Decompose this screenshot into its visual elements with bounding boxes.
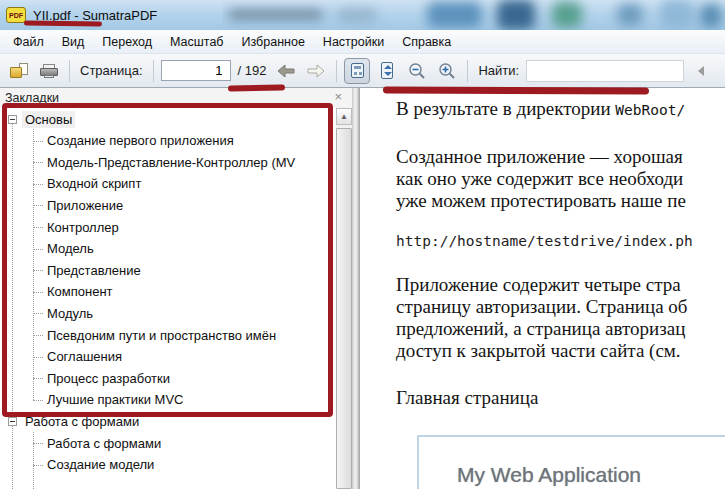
bookmark-item[interactable]: Соглашения bbox=[0, 346, 125, 368]
open-file-button[interactable] bbox=[6, 58, 32, 84]
bookmark-item[interactable]: Контроллер bbox=[0, 216, 122, 238]
app-icon-label: PDF bbox=[9, 12, 23, 19]
paragraph: Созданное приложение — хорошаякак оно уж… bbox=[396, 146, 725, 212]
fit-page-icon bbox=[351, 63, 364, 78]
bookmark-label: Модуль bbox=[44, 305, 96, 322]
back-arrow-icon bbox=[277, 64, 295, 78]
blur-smudge bbox=[617, 4, 643, 26]
sidebar-splitter[interactable] bbox=[352, 88, 360, 489]
text-line: Главная страница bbox=[396, 387, 725, 409]
text-segment: В результате в директории bbox=[396, 98, 615, 119]
zoom-out-button[interactable] bbox=[404, 58, 430, 84]
blur-smudge bbox=[660, 0, 694, 30]
toolbar-separator bbox=[336, 60, 337, 82]
open-file-icon bbox=[10, 63, 28, 78]
page-total-label: / 192 bbox=[238, 63, 267, 78]
text-line: предложений, а страница авторизац bbox=[396, 318, 725, 340]
menu-item-4[interactable]: Избранное bbox=[233, 32, 314, 52]
bookmark-item[interactable]: Модель-Представление-Контроллер (MV bbox=[0, 151, 298, 173]
previous-page-button[interactable] bbox=[273, 58, 299, 84]
bookmark-label: Представление bbox=[44, 262, 144, 279]
bookmarks-tree: ОсновыСоздание первого приложенияМодель-… bbox=[0, 108, 336, 489]
blur-smudge bbox=[427, 2, 482, 28]
blur-smudge bbox=[552, 2, 582, 28]
bookmarks-sidebar: Закладки × ОсновыСоздание первого прилож… bbox=[0, 88, 352, 489]
menu-item-2[interactable]: Переход bbox=[93, 32, 161, 52]
text-line: уже можем протестировать наше пе bbox=[396, 190, 725, 212]
menu-item-6[interactable]: Справка bbox=[393, 32, 460, 52]
title-bar: PDF YII.pdf - SumatraPDF bbox=[0, 0, 725, 30]
menu-bar: ФайлВидПереходМасштабИзбранноеНастройкиС… bbox=[0, 30, 725, 54]
bookmark-label: Основы bbox=[22, 111, 75, 128]
menu-item-0[interactable]: Файл bbox=[4, 32, 53, 52]
bookmark-label: Соглашения bbox=[44, 348, 125, 365]
bookmark-label: Работа с формами bbox=[22, 413, 142, 430]
toolbar-separator bbox=[467, 60, 468, 82]
bookmark-item[interactable]: Работа с формами bbox=[0, 410, 142, 432]
bookmark-item[interactable]: Лучшие практики MVC bbox=[0, 389, 186, 411]
page-label: Страница: bbox=[80, 63, 143, 78]
scrollbar-thumb[interactable] bbox=[336, 128, 352, 489]
text-line: Созданное приложение — хорошая bbox=[396, 146, 725, 168]
embedded-screenshot-title: My Web Application bbox=[457, 463, 641, 487]
zoom-out-icon bbox=[408, 62, 426, 80]
bookmark-item[interactable]: Создание модели bbox=[0, 454, 157, 476]
paragraph: Главная страница bbox=[396, 387, 725, 409]
collapse-minus-icon[interactable] bbox=[8, 115, 17, 124]
inline-code: WebRoot/ bbox=[615, 102, 685, 118]
menu-item-1[interactable]: Вид bbox=[53, 32, 94, 52]
blurred-titlebar-region bbox=[222, 0, 725, 30]
menu-item-3[interactable]: Масштаб bbox=[161, 32, 232, 52]
fit-width-button[interactable] bbox=[374, 58, 400, 84]
find-previous-button[interactable] bbox=[688, 58, 714, 84]
page-number-input[interactable] bbox=[161, 60, 231, 81]
main-area: Закладки × ОсновыСоздание первого прилож… bbox=[0, 88, 725, 489]
toolbar-separator bbox=[69, 60, 70, 82]
bookmark-item[interactable]: Приложение bbox=[0, 194, 126, 216]
blur-smudge bbox=[337, 8, 377, 22]
document-content: В результате в директории WebRoot/Создан… bbox=[360, 88, 725, 489]
bookmark-label: Создание первого приложения bbox=[44, 132, 237, 149]
bookmark-item[interactable]: Основы bbox=[0, 108, 75, 130]
bookmark-item[interactable]: Работа с формами bbox=[0, 432, 164, 454]
bookmark-label: Псевдоним пути и пространство имён bbox=[44, 327, 279, 344]
next-page-button[interactable] bbox=[303, 58, 329, 84]
close-sidebar-icon[interactable]: × bbox=[334, 90, 342, 103]
bookmark-item[interactable]: Входной скрипт bbox=[0, 173, 144, 195]
bookmark-label: Модель-Представление-Контроллер (MV bbox=[44, 154, 298, 171]
code-line: http://hostname/testdrive/index.ph bbox=[396, 233, 725, 249]
zoom-in-button[interactable] bbox=[434, 58, 460, 84]
blur-smudge bbox=[497, 0, 535, 30]
bookmark-label: Контроллер bbox=[44, 219, 122, 236]
print-button[interactable] bbox=[36, 58, 62, 84]
paragraph: Приложение содержит четыре страстраницу … bbox=[396, 274, 725, 362]
bookmark-item[interactable]: Псевдоним пути и пространство имён bbox=[0, 324, 279, 346]
blur-smudge bbox=[228, 10, 323, 19]
menu-item-5[interactable]: Настройки bbox=[314, 32, 393, 52]
collapse-minus-icon[interactable] bbox=[8, 417, 17, 426]
fit-width-icon bbox=[381, 62, 393, 79]
bookmark-label: Процесс разработки bbox=[44, 370, 173, 387]
bookmark-item[interactable]: Процесс разработки bbox=[0, 367, 173, 389]
bookmark-label: Входной скрипт bbox=[44, 175, 144, 192]
scrollbar-up-icon[interactable]: ▲ bbox=[336, 108, 352, 125]
bookmark-label: Компонент bbox=[44, 283, 116, 300]
fit-page-button[interactable] bbox=[344, 58, 370, 84]
bookmark-label: Приложение bbox=[44, 197, 126, 214]
find-input[interactable] bbox=[526, 60, 684, 82]
text-line: доступ к закрытой части сайта (см. bbox=[396, 340, 725, 362]
find-label: Найти: bbox=[478, 63, 519, 78]
bookmark-item[interactable]: Создание первого приложения bbox=[0, 130, 237, 152]
bookmark-item[interactable]: Модель bbox=[0, 238, 97, 260]
find-next-button[interactable] bbox=[718, 58, 725, 84]
bookmark-item[interactable]: Компонент bbox=[0, 281, 116, 303]
bookmark-label: Работа с формами bbox=[44, 435, 164, 452]
forward-arrow-icon bbox=[307, 64, 325, 78]
embedded-screenshot-box: My Web Application bbox=[417, 435, 725, 489]
bookmarks-header: Закладки × bbox=[0, 88, 352, 108]
sidebar-scrollbar[interactable]: ▲ bbox=[336, 108, 352, 489]
bookmark-item[interactable]: Модуль bbox=[0, 302, 96, 324]
find-previous-icon bbox=[695, 65, 707, 77]
window-title: YII.pdf - SumatraPDF bbox=[33, 8, 157, 23]
bookmark-item[interactable]: Представление bbox=[0, 259, 144, 281]
